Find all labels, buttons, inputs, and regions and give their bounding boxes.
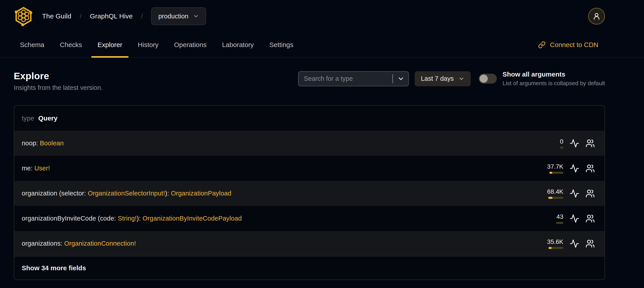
chevron-down-icon	[458, 76, 464, 82]
hive-logo[interactable]	[14, 6, 33, 27]
field-row[interactable]: organization (selector: OrganizationSele…	[14, 181, 604, 206]
field-stats: 68.4K	[547, 188, 595, 199]
field-usage-count: 43	[556, 213, 563, 220]
connect-cdn-label: Connect to CDN	[550, 41, 598, 49]
page-head: Explore Insights from the latest version…	[14, 71, 605, 91]
field-usage-count: 0	[560, 138, 563, 145]
activity-icon[interactable]	[570, 138, 579, 148]
field-usage-bar	[556, 222, 563, 224]
activity-icon[interactable]	[570, 214, 579, 223]
field-usage: 0	[548, 138, 563, 149]
tab-list: SchemaChecksExplorerHistoryOperationsLab…	[14, 32, 303, 57]
field-usage-bar-fill	[548, 197, 552, 199]
field-stats: 43	[548, 213, 595, 224]
field-type-link[interactable]: OrganizationPayload	[171, 190, 231, 197]
app-root: The Guild / GraphQL Hive / production Sc…	[0, 0, 644, 288]
field-type-link[interactable]: OrganizationConnection!	[64, 240, 136, 247]
toggle-knob	[480, 75, 488, 83]
field-usage-count: 37.7K	[547, 163, 563, 170]
chevron-down-icon[interactable]	[397, 75, 404, 82]
tab-explorer[interactable]: Explorer	[91, 32, 128, 57]
field-usage: 37.7K	[547, 163, 563, 174]
field-usage-bar	[560, 147, 563, 149]
field-type-link[interactable]: String!	[118, 215, 137, 222]
tab-history[interactable]: History	[132, 32, 165, 57]
show-more-fields-button[interactable]: Show 34 more fields	[14, 256, 604, 279]
field-usage-bar-fill	[548, 247, 552, 249]
tab-operations[interactable]: Operations	[168, 32, 213, 57]
field-usage-bar-fill	[549, 172, 552, 174]
type-name: Query	[38, 115, 58, 122]
page-title-block: Explore Insights from the latest version…	[14, 71, 102, 91]
type-card-header: type Query	[14, 106, 604, 131]
tab-bar: SchemaChecksExplorerHistoryOperationsLab…	[0, 32, 644, 58]
main-content: Explore Insights from the latest version…	[0, 71, 644, 288]
breadcrumb-project[interactable]: GraphQL Hive	[90, 13, 133, 20]
field-row[interactable]: organizations: OrganizationConnection! 3…	[14, 231, 604, 256]
connect-cdn-link[interactable]: Connect to CDN	[538, 32, 598, 57]
field-text: organizationByInviteCode (code:	[22, 215, 118, 222]
field-signature: organizationByInviteCode (code: String!)…	[22, 215, 242, 222]
field-stats: 37.7K	[547, 163, 595, 174]
field-usage-bar	[548, 197, 563, 199]
search-divider	[392, 74, 393, 83]
field-row[interactable]: me: User! 37.7K	[14, 156, 604, 181]
target-selector[interactable]: production	[151, 7, 206, 25]
period-selector[interactable]: Last 7 days	[415, 71, 470, 86]
field-stats: 0	[548, 138, 595, 149]
field-signature: me: User!	[22, 165, 50, 172]
type-card-query: type Query noop: Boolean 0	[14, 105, 605, 280]
users-icon[interactable]	[586, 164, 595, 173]
period-selector-value: Last 7 days	[421, 75, 454, 82]
field-row[interactable]: noop: Boolean 0	[14, 131, 604, 156]
breadcrumb-separator: /	[141, 13, 143, 20]
show-arguments-toggle[interactable]	[479, 74, 497, 84]
activity-icon[interactable]	[570, 164, 579, 173]
field-usage: 68.4K	[547, 188, 563, 199]
link-icon	[538, 41, 546, 49]
field-text: ):	[165, 190, 171, 197]
field-usage-count: 35.6K	[547, 238, 563, 245]
search-input[interactable]	[304, 75, 391, 82]
field-type-link[interactable]: OrganizationSelectorInput!	[88, 190, 165, 197]
field-text: ):	[137, 215, 142, 222]
tab-laboratory[interactable]: Laboratory	[216, 32, 260, 57]
user-icon	[592, 12, 601, 21]
field-list: noop: Boolean 0 me: User!	[14, 131, 604, 256]
field-usage-bar	[549, 172, 563, 174]
field-type-link[interactable]: Boolean	[40, 140, 64, 147]
field-signature: noop: Boolean	[22, 140, 64, 147]
field-row[interactable]: organizationByInviteCode (code: String!)…	[14, 206, 604, 231]
activity-icon[interactable]	[570, 189, 579, 198]
app-header: The Guild / GraphQL Hive / production	[0, 0, 644, 32]
breadcrumb-separator: /	[80, 13, 82, 20]
explorer-controls: Last 7 days Show all arguments List of a…	[298, 71, 605, 87]
field-stats: 35.6K	[547, 238, 595, 249]
breadcrumb: The Guild / GraphQL Hive / production	[42, 7, 206, 25]
users-icon[interactable]	[586, 214, 595, 223]
field-signature: organizations: OrganizationConnection!	[22, 240, 136, 247]
tab-settings[interactable]: Settings	[263, 32, 300, 57]
activity-icon[interactable]	[570, 239, 579, 248]
toggle-hint: List of arguments is collapsed by defaul…	[502, 80, 605, 87]
hive-honeycomb-icon	[14, 6, 33, 27]
toggle-label: Show all arguments	[502, 71, 605, 78]
toggle-label-block: Show all arguments List of arguments is …	[502, 71, 605, 87]
type-search	[298, 71, 409, 86]
users-icon[interactable]	[586, 239, 595, 248]
target-selector-value: production	[158, 13, 188, 20]
field-text: organization (selector:	[22, 190, 88, 197]
page-title: Explore	[14, 71, 102, 81]
breadcrumb-organization[interactable]: The Guild	[42, 13, 71, 20]
users-icon[interactable]	[586, 189, 595, 198]
field-type-link[interactable]: OrganizationByInviteCodePayload	[142, 215, 242, 222]
type-kind-label: type	[22, 115, 34, 122]
user-menu-button[interactable]	[588, 8, 605, 25]
tab-schema[interactable]: Schema	[14, 32, 50, 57]
tab-checks[interactable]: Checks	[54, 32, 88, 57]
field-type-link[interactable]: User!	[34, 165, 50, 172]
page-subtitle: Insights from the latest version.	[14, 84, 102, 91]
users-icon[interactable]	[586, 139, 595, 148]
field-usage: 35.6K	[547, 238, 563, 249]
field-text: organizations:	[22, 240, 64, 247]
